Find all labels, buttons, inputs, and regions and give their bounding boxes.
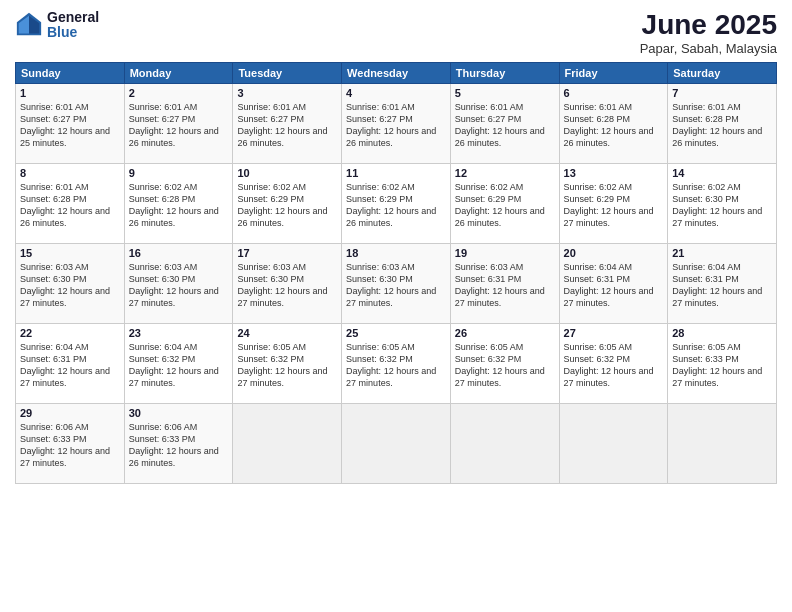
table-row: [233, 403, 342, 483]
table-row: [450, 403, 559, 483]
day-number: 19: [455, 247, 555, 259]
table-row: 30 Sunrise: 6:06 AM Sunset: 6:33 PM Dayl…: [124, 403, 233, 483]
day-number: 30: [129, 407, 229, 419]
day-number: 4: [346, 87, 446, 99]
day-number: 25: [346, 327, 446, 339]
table-row: 23 Sunrise: 6:04 AM Sunset: 6:32 PM Dayl…: [124, 323, 233, 403]
day-info: Sunrise: 6:06 AM Sunset: 6:33 PM Dayligh…: [20, 421, 120, 470]
day-info: Sunrise: 6:01 AM Sunset: 6:28 PM Dayligh…: [672, 101, 772, 150]
day-info: Sunrise: 6:03 AM Sunset: 6:31 PM Dayligh…: [455, 261, 555, 310]
day-info: Sunrise: 6:05 AM Sunset: 6:33 PM Dayligh…: [672, 341, 772, 390]
day-info: Sunrise: 6:02 AM Sunset: 6:29 PM Dayligh…: [455, 181, 555, 230]
calendar-header-row: Sunday Monday Tuesday Wednesday Thursday…: [16, 62, 777, 83]
day-number: 5: [455, 87, 555, 99]
day-number: 8: [20, 167, 120, 179]
table-row: 22 Sunrise: 6:04 AM Sunset: 6:31 PM Dayl…: [16, 323, 125, 403]
col-friday: Friday: [559, 62, 668, 83]
table-row: 27 Sunrise: 6:05 AM Sunset: 6:32 PM Dayl…: [559, 323, 668, 403]
day-number: 26: [455, 327, 555, 339]
day-info: Sunrise: 6:01 AM Sunset: 6:28 PM Dayligh…: [564, 101, 664, 150]
day-number: 24: [237, 327, 337, 339]
day-info: Sunrise: 6:04 AM Sunset: 6:31 PM Dayligh…: [564, 261, 664, 310]
calendar-week-row: 29 Sunrise: 6:06 AM Sunset: 6:33 PM Dayl…: [16, 403, 777, 483]
day-info: Sunrise: 6:01 AM Sunset: 6:27 PM Dayligh…: [237, 101, 337, 150]
table-row: 10 Sunrise: 6:02 AM Sunset: 6:29 PM Dayl…: [233, 163, 342, 243]
day-number: 27: [564, 327, 664, 339]
day-number: 9: [129, 167, 229, 179]
col-tuesday: Tuesday: [233, 62, 342, 83]
day-info: Sunrise: 6:04 AM Sunset: 6:31 PM Dayligh…: [672, 261, 772, 310]
table-row: 2 Sunrise: 6:01 AM Sunset: 6:27 PM Dayli…: [124, 83, 233, 163]
header: General Blue June 2025 Papar, Sabah, Mal…: [15, 10, 777, 56]
calendar-week-row: 1 Sunrise: 6:01 AM Sunset: 6:27 PM Dayli…: [16, 83, 777, 163]
table-row: 26 Sunrise: 6:05 AM Sunset: 6:32 PM Dayl…: [450, 323, 559, 403]
day-number: 20: [564, 247, 664, 259]
day-info: Sunrise: 6:03 AM Sunset: 6:30 PM Dayligh…: [129, 261, 229, 310]
table-row: 14 Sunrise: 6:02 AM Sunset: 6:30 PM Dayl…: [668, 163, 777, 243]
day-number: 12: [455, 167, 555, 179]
table-row: 12 Sunrise: 6:02 AM Sunset: 6:29 PM Dayl…: [450, 163, 559, 243]
day-number: 21: [672, 247, 772, 259]
day-number: 3: [237, 87, 337, 99]
table-row: 21 Sunrise: 6:04 AM Sunset: 6:31 PM Dayl…: [668, 243, 777, 323]
day-info: Sunrise: 6:01 AM Sunset: 6:27 PM Dayligh…: [129, 101, 229, 150]
col-wednesday: Wednesday: [342, 62, 451, 83]
calendar-week-row: 8 Sunrise: 6:01 AM Sunset: 6:28 PM Dayli…: [16, 163, 777, 243]
day-info: Sunrise: 6:01 AM Sunset: 6:27 PM Dayligh…: [455, 101, 555, 150]
day-number: 22: [20, 327, 120, 339]
day-number: 28: [672, 327, 772, 339]
table-row: 6 Sunrise: 6:01 AM Sunset: 6:28 PM Dayli…: [559, 83, 668, 163]
logo-general-label: General: [47, 10, 99, 25]
calendar-week-row: 15 Sunrise: 6:03 AM Sunset: 6:30 PM Dayl…: [16, 243, 777, 323]
day-info: Sunrise: 6:02 AM Sunset: 6:30 PM Dayligh…: [672, 181, 772, 230]
day-number: 1: [20, 87, 120, 99]
day-info: Sunrise: 6:02 AM Sunset: 6:29 PM Dayligh…: [346, 181, 446, 230]
calendar-table: Sunday Monday Tuesday Wednesday Thursday…: [15, 62, 777, 484]
col-sunday: Sunday: [16, 62, 125, 83]
day-number: 14: [672, 167, 772, 179]
day-info: Sunrise: 6:02 AM Sunset: 6:29 PM Dayligh…: [564, 181, 664, 230]
logo: General Blue: [15, 10, 99, 41]
day-info: Sunrise: 6:04 AM Sunset: 6:31 PM Dayligh…: [20, 341, 120, 390]
day-number: 23: [129, 327, 229, 339]
logo-blue-label: Blue: [47, 25, 99, 40]
col-thursday: Thursday: [450, 62, 559, 83]
month-title: June 2025: [640, 10, 777, 41]
table-row: 17 Sunrise: 6:03 AM Sunset: 6:30 PM Dayl…: [233, 243, 342, 323]
table-row: 24 Sunrise: 6:05 AM Sunset: 6:32 PM Dayl…: [233, 323, 342, 403]
location: Papar, Sabah, Malaysia: [640, 41, 777, 56]
table-row: 5 Sunrise: 6:01 AM Sunset: 6:27 PM Dayli…: [450, 83, 559, 163]
day-info: Sunrise: 6:05 AM Sunset: 6:32 PM Dayligh…: [564, 341, 664, 390]
day-number: 13: [564, 167, 664, 179]
day-number: 16: [129, 247, 229, 259]
day-info: Sunrise: 6:03 AM Sunset: 6:30 PM Dayligh…: [237, 261, 337, 310]
title-block: June 2025 Papar, Sabah, Malaysia: [640, 10, 777, 56]
table-row: 4 Sunrise: 6:01 AM Sunset: 6:27 PM Dayli…: [342, 83, 451, 163]
logo-icon: [15, 11, 43, 39]
day-info: Sunrise: 6:05 AM Sunset: 6:32 PM Dayligh…: [455, 341, 555, 390]
table-row: [342, 403, 451, 483]
day-number: 7: [672, 87, 772, 99]
table-row: 25 Sunrise: 6:05 AM Sunset: 6:32 PM Dayl…: [342, 323, 451, 403]
table-row: 8 Sunrise: 6:01 AM Sunset: 6:28 PM Dayli…: [16, 163, 125, 243]
day-number: 11: [346, 167, 446, 179]
day-number: 15: [20, 247, 120, 259]
day-info: Sunrise: 6:04 AM Sunset: 6:32 PM Dayligh…: [129, 341, 229, 390]
table-row: 15 Sunrise: 6:03 AM Sunset: 6:30 PM Dayl…: [16, 243, 125, 323]
day-number: 29: [20, 407, 120, 419]
table-row: [668, 403, 777, 483]
col-monday: Monday: [124, 62, 233, 83]
table-row: 20 Sunrise: 6:04 AM Sunset: 6:31 PM Dayl…: [559, 243, 668, 323]
day-info: Sunrise: 6:03 AM Sunset: 6:30 PM Dayligh…: [346, 261, 446, 310]
day-number: 18: [346, 247, 446, 259]
table-row: 16 Sunrise: 6:03 AM Sunset: 6:30 PM Dayl…: [124, 243, 233, 323]
table-row: 3 Sunrise: 6:01 AM Sunset: 6:27 PM Dayli…: [233, 83, 342, 163]
table-row: 29 Sunrise: 6:06 AM Sunset: 6:33 PM Dayl…: [16, 403, 125, 483]
table-row: 13 Sunrise: 6:02 AM Sunset: 6:29 PM Dayl…: [559, 163, 668, 243]
col-saturday: Saturday: [668, 62, 777, 83]
table-row: 7 Sunrise: 6:01 AM Sunset: 6:28 PM Dayli…: [668, 83, 777, 163]
table-row: 19 Sunrise: 6:03 AM Sunset: 6:31 PM Dayl…: [450, 243, 559, 323]
table-row: 9 Sunrise: 6:02 AM Sunset: 6:28 PM Dayli…: [124, 163, 233, 243]
table-row: [559, 403, 668, 483]
day-info: Sunrise: 6:02 AM Sunset: 6:28 PM Dayligh…: [129, 181, 229, 230]
